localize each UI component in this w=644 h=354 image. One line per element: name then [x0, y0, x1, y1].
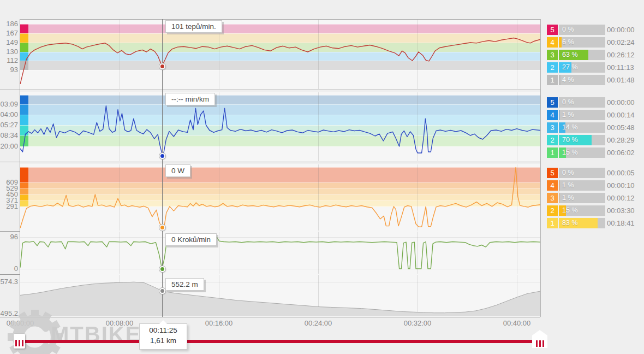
pace-tooltip: --:-- min/km [165, 93, 215, 105]
zone-number: 5 [547, 168, 558, 178]
zone-swatch [20, 167, 28, 182]
scrubber-left-handle[interactable] [14, 334, 25, 349]
zone-time: 00:06:02 [607, 148, 640, 158]
chart-panel-elevation[interactable] [20, 274, 540, 317]
zone-number: 4 [547, 110, 558, 120]
zone-boundary-line [20, 24, 540, 25]
y-axis-label: 112 [0, 56, 18, 65]
cadence-tooltip: 0 Kroků/min [165, 233, 217, 246]
y-axis-label: 0 [0, 264, 18, 273]
panel-separator [0, 317, 540, 317]
zone-bar-fill [559, 75, 560, 85]
heart-rate-tooltip: 101 tepů/min. [165, 20, 222, 33]
tick-line [20, 282, 540, 282]
zone-bar: 1 % [559, 193, 605, 203]
zone-swatch [20, 135, 28, 146]
zone-swatch [20, 182, 28, 188]
zone-number: 2 [547, 62, 558, 73]
zone-number: 2 [547, 135, 558, 145]
gridline [517, 164, 517, 231]
zone-number: 1 [547, 75, 558, 85]
gridline [318, 275, 319, 316]
cursor-distance: 1,61 km [140, 337, 187, 345]
zone-bar: 0 % [559, 168, 605, 178]
grip-icon [532, 338, 547, 348]
zone-percent: 0 % [562, 25, 574, 35]
zone-swatch [20, 188, 28, 194]
tick-line [20, 314, 540, 314]
zone-row: 46 %00:02:24 [547, 37, 640, 48]
y-axis-label: 167 [0, 29, 18, 38]
zone-swatch [20, 24, 28, 33]
plot-left-border [20, 19, 20, 317]
zone-number: 2 [547, 205, 558, 216]
zone-row: 41 %00:00:10 [547, 180, 640, 191]
grip-icon [14, 338, 25, 347]
cadence-cursor-marker [159, 266, 165, 272]
gridline [219, 275, 219, 316]
y-axis-label: 96 [0, 233, 18, 241]
plot-right-border [540, 19, 541, 317]
zone-band [20, 188, 540, 194]
gridline [517, 275, 517, 316]
zone-swatch [20, 104, 28, 115]
panel-separator [0, 90, 540, 90]
zone-number: 4 [547, 180, 558, 191]
zone-bar: 15 % [559, 205, 605, 216]
zone-time: 00:11:13 [607, 62, 640, 73]
zone-boundary-line [20, 194, 540, 195]
zone-time: 00:00:12 [607, 193, 640, 203]
zone-percent: 1 % [562, 110, 574, 120]
zone-boundary-line [20, 182, 540, 183]
zone-number: 5 [547, 25, 558, 35]
gridline [219, 232, 219, 274]
workout-analysis-page: 1861671491301129303:0904:0005:2708:3420:… [0, 0, 644, 354]
zone-boundary-line [20, 43, 540, 43]
zone-bar-fill [559, 110, 559, 120]
zone-bar: 0 % [559, 97, 605, 108]
zone-bar: 1 % [559, 180, 605, 191]
zone-row: 115 %00:06:02 [547, 148, 640, 158]
zone-bar-fill [559, 193, 559, 203]
x-axis-label: 00:40:00 [495, 319, 539, 327]
zone-percent: 0 % [562, 168, 574, 178]
gridline [318, 20, 319, 89]
zone-boundary-line [20, 167, 540, 168]
zone-percent: 6 % [562, 37, 574, 48]
zone-time: 00:00:00 [607, 25, 640, 35]
gridline [517, 92, 517, 161]
zone-percent: 27 % [562, 62, 578, 73]
zone-time: 00:28:29 [607, 135, 640, 145]
zone-percent: 1 % [562, 180, 574, 191]
zone-number: 1 [547, 218, 558, 228]
zone-band [20, 167, 540, 182]
zone-swatch [20, 61, 28, 70]
zone-boundary-line [20, 115, 540, 115]
y-axis-label: 149 [0, 38, 18, 47]
gridline [120, 275, 120, 316]
gridline [418, 20, 418, 89]
gridline [219, 92, 219, 161]
zone-row: 31 %00:00:12 [547, 193, 640, 203]
zone-band [20, 200, 540, 206]
zone-band [20, 125, 540, 135]
gridline [418, 232, 418, 274]
zone-boundary-line [20, 95, 540, 96]
zone-time: 00:05:48 [607, 122, 640, 133]
zone-time: 00:01:48 [607, 75, 640, 85]
scrubber-right-handle[interactable] [532, 330, 547, 348]
zone-time: 00:00:10 [607, 180, 640, 191]
panel-separator [0, 162, 540, 162]
y-axis-label: 03:09 [0, 100, 18, 109]
gridline [120, 20, 120, 89]
zone-percent: 70 % [562, 135, 578, 145]
gridline [418, 92, 418, 161]
zone-time: 00:03:30 [607, 205, 640, 216]
y-axis-label: 291 [0, 202, 18, 211]
zone-percent: 15 % [562, 205, 578, 216]
zone-row: 50 %00:00:00 [547, 97, 640, 108]
zone-bar: 15 % [559, 148, 605, 158]
zone-bar-fill [559, 180, 559, 191]
zone-bar: 83 % [559, 218, 605, 228]
scrubber-range-bar[interactable] [25, 340, 533, 343]
